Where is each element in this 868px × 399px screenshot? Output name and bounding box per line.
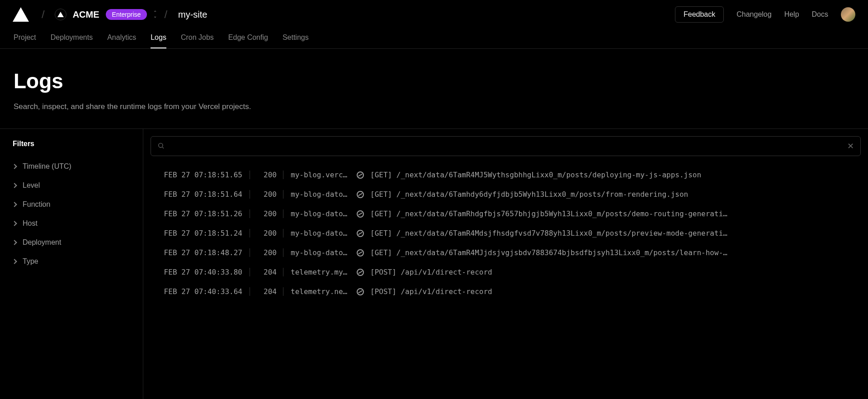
log-row[interactable]: FEB 27 07:40:33.64204telemetry.ne…[POST]… bbox=[151, 282, 861, 301]
search-icon bbox=[157, 142, 165, 151]
main-content: Filters Timeline (UTC) Level Function Ho… bbox=[0, 128, 868, 399]
clear-search-icon[interactable]: ✕ bbox=[847, 141, 854, 151]
log-row[interactable]: FEB 27 07:18:51.64200my-blog-dato…[GET] … bbox=[151, 185, 861, 204]
log-message: [POST] /api/v1/direct-record bbox=[370, 287, 857, 296]
filter-label: Level bbox=[23, 181, 40, 190]
tab-project[interactable]: Project bbox=[14, 29, 36, 48]
filter-label: Type bbox=[23, 257, 38, 266]
log-host: my-blog-dato… bbox=[283, 248, 350, 257]
log-status: 204 bbox=[257, 287, 283, 296]
log-type-icon bbox=[354, 269, 367, 276]
filter-label: Function bbox=[23, 200, 50, 209]
team-switcher-icon[interactable]: ⌃⌄ bbox=[153, 11, 157, 18]
team-name[interactable]: ACME bbox=[73, 10, 99, 20]
filter-level[interactable]: Level bbox=[13, 176, 130, 195]
breadcrumb-separator: / bbox=[164, 8, 167, 21]
log-host: my-blog-dato… bbox=[283, 190, 350, 199]
log-row[interactable]: FEB 27 07:18:51.24200my-blog-dato…[GET] … bbox=[151, 223, 861, 243]
log-type-icon bbox=[354, 210, 367, 218]
breadcrumb-separator: / bbox=[42, 8, 45, 21]
top-header: / ACME Enterprise ⌃⌄ / my-site Feedback … bbox=[0, 0, 868, 29]
feedback-button[interactable]: Feedback bbox=[675, 6, 724, 23]
chevron-right-icon bbox=[12, 221, 17, 226]
page-header: Logs Search, inspect, and share the runt… bbox=[0, 49, 868, 128]
log-row[interactable]: FEB 27 07:18:51.65200my-blog.verc…[GET] … bbox=[151, 165, 861, 185]
log-type-icon bbox=[354, 288, 367, 295]
project-name[interactable]: my-site bbox=[178, 10, 207, 20]
log-status: 200 bbox=[257, 171, 283, 179]
log-host: telemetry.my… bbox=[283, 268, 350, 276]
log-message: [POST] /api/v1/direct-record bbox=[370, 268, 857, 276]
log-type-icon bbox=[354, 230, 367, 237]
log-row[interactable]: FEB 27 07:18:48.27200my-blog-dato…[GET] … bbox=[151, 243, 861, 262]
filter-label: Deployment bbox=[23, 238, 61, 247]
log-timestamp: FEB 27 07:40:33.80 bbox=[154, 268, 250, 276]
page-subtitle: Search, inspect, and share the runtime l… bbox=[14, 102, 854, 111]
log-message: [GET] /_next/data/6TamR4MJjdsjvgjsbdv788… bbox=[370, 248, 857, 257]
project-nav-tabs: Project Deployments Analytics Logs Cron … bbox=[0, 29, 868, 49]
log-timestamp: FEB 27 07:40:33.64 bbox=[154, 287, 250, 296]
changelog-link[interactable]: Changelog bbox=[736, 10, 771, 19]
log-status: 200 bbox=[257, 248, 283, 257]
log-message: [GET] /_next/data/6TamR4MJ5WythsgbhhgLix… bbox=[370, 171, 857, 179]
tab-deployments[interactable]: Deployments bbox=[51, 29, 93, 48]
filters-heading: Filters bbox=[13, 140, 130, 148]
chevron-right-icon bbox=[12, 259, 17, 264]
log-type-icon bbox=[354, 171, 367, 179]
log-host: my-blog.verc… bbox=[283, 171, 350, 179]
filter-label: Host bbox=[23, 219, 38, 228]
log-timestamp: FEB 27 07:18:51.24 bbox=[154, 229, 250, 238]
log-status: 200 bbox=[257, 229, 283, 238]
tab-analytics[interactable]: Analytics bbox=[107, 29, 136, 48]
log-status: 200 bbox=[257, 209, 283, 218]
docs-link[interactable]: Docs bbox=[812, 10, 828, 19]
log-message: [GET] /_next/data/6TamRhdgfbjs7657bhjgjb… bbox=[370, 209, 857, 218]
header-actions: Feedback Changelog Help Docs bbox=[675, 6, 855, 23]
logs-panel: ✕ FEB 27 07:18:51.65200my-blog.verc…[GET… bbox=[143, 129, 868, 399]
vercel-logo-icon[interactable] bbox=[13, 7, 29, 22]
chevron-right-icon bbox=[12, 164, 17, 169]
log-message: [GET] /_next/data/6Tamhdy6dyfjdbjb5Wyh13… bbox=[370, 190, 857, 199]
log-row[interactable]: FEB 27 07:18:51.26200my-blog-dato…[GET] … bbox=[151, 204, 861, 223]
filter-timeline[interactable]: Timeline (UTC) bbox=[13, 157, 130, 176]
log-table: FEB 27 07:18:51.65200my-blog.verc…[GET] … bbox=[151, 165, 861, 301]
log-row[interactable]: FEB 27 07:40:33.80204telemetry.my…[POST]… bbox=[151, 262, 861, 282]
plan-badge: Enterprise bbox=[106, 9, 147, 20]
log-status: 200 bbox=[257, 190, 283, 199]
tab-edge-config[interactable]: Edge Config bbox=[228, 29, 268, 48]
team-icon[interactable] bbox=[55, 9, 66, 20]
chevron-right-icon bbox=[12, 202, 17, 207]
log-host: my-blog-dato… bbox=[283, 229, 350, 238]
log-timestamp: FEB 27 07:18:48.27 bbox=[154, 248, 250, 257]
filters-sidebar: Filters Timeline (UTC) Level Function Ho… bbox=[0, 129, 143, 399]
help-link[interactable]: Help bbox=[784, 10, 799, 19]
log-timestamp: FEB 27 07:18:51.64 bbox=[154, 190, 250, 199]
tab-cron-jobs[interactable]: Cron Jobs bbox=[181, 29, 214, 48]
log-status: 204 bbox=[257, 268, 283, 276]
tab-logs[interactable]: Logs bbox=[151, 29, 166, 48]
filter-function[interactable]: Function bbox=[13, 195, 130, 214]
chevron-right-icon bbox=[12, 240, 17, 245]
log-search-box[interactable]: ✕ bbox=[151, 136, 861, 156]
breadcrumb: / ACME Enterprise ⌃⌄ / my-site bbox=[13, 7, 208, 22]
log-type-icon bbox=[354, 191, 367, 198]
page-title: Logs bbox=[14, 69, 854, 93]
log-host: my-blog-dato… bbox=[283, 209, 350, 218]
log-message: [GET] /_next/data/6TamR4Mdsjfhsdgfvsd7v7… bbox=[370, 229, 857, 238]
chevron-right-icon bbox=[12, 183, 17, 188]
tab-settings[interactable]: Settings bbox=[283, 29, 309, 48]
filter-label: Timeline (UTC) bbox=[23, 162, 71, 171]
user-avatar[interactable] bbox=[841, 7, 855, 22]
search-input[interactable] bbox=[170, 142, 847, 150]
log-host: telemetry.ne… bbox=[283, 287, 350, 296]
log-type-icon bbox=[354, 249, 367, 256]
filter-type[interactable]: Type bbox=[13, 252, 130, 271]
log-timestamp: FEB 27 07:18:51.65 bbox=[154, 171, 250, 179]
svg-point-0 bbox=[159, 143, 163, 147]
filter-deployment[interactable]: Deployment bbox=[13, 233, 130, 252]
svg-line-1 bbox=[162, 147, 164, 148]
filter-host[interactable]: Host bbox=[13, 214, 130, 233]
log-timestamp: FEB 27 07:18:51.26 bbox=[154, 209, 250, 218]
